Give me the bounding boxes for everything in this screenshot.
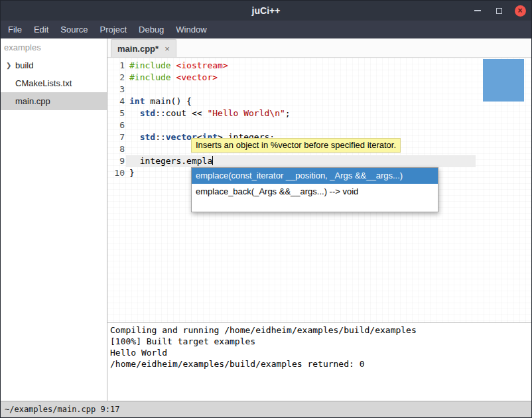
window-title: juCi++ <box>1 5 531 16</box>
tab-main-cpp[interactable]: main.cpp* × <box>111 39 176 57</box>
code-line-6: 6 <box>107 119 531 131</box>
code-line-3: 3 <box>107 84 531 96</box>
juci-window: juCi++ × FileEditSourceProjectDebugWindo… <box>0 0 532 418</box>
terminal-line: Hello World <box>110 347 531 358</box>
code-editor[interactable]: 1#include <iostream>2#include <vector>34… <box>107 58 531 322</box>
file-tree: ❯buildCMakeLists.txtmain.cpp <box>1 56 107 110</box>
tree-item-main-cpp[interactable]: main.cpp <box>1 92 107 110</box>
tree-item-build[interactable]: ❯build <box>1 56 107 74</box>
menu-source[interactable]: Source <box>54 21 94 38</box>
doc-tooltip: Inserts an object in %vector before spec… <box>191 138 401 153</box>
terminal-line: Compiling and running /home/eidheim/exam… <box>110 324 531 336</box>
minimize-icon <box>474 10 481 11</box>
tree-item-cmakelists-txt[interactable]: CMakeLists.txt <box>1 74 107 92</box>
editor-scrollbar-thumb[interactable] <box>483 59 524 102</box>
line-content <box>125 84 129 96</box>
code-line-5: 5 std::cout << "Hello World\n"; <box>107 107 531 119</box>
completion-popup: emplace(const_iterator __position, _Args… <box>191 167 438 212</box>
statusbar: ~/examples/main.cpp 9:17 <box>1 401 531 417</box>
content-area: examples ❯buildCMakeLists.txtmain.cpp ma… <box>1 38 531 401</box>
code-line-1: 1#include <iostream> <box>107 60 531 72</box>
code-line-4: 4int main() { <box>107 96 531 107</box>
tree-item-label: main.cpp <box>15 96 50 106</box>
line-content <box>125 119 129 131</box>
status-location: ~/examples/main.cpp 9:17 <box>5 405 119 414</box>
menu-edit[interactable]: Edit <box>28 21 54 38</box>
completion-item[interactable]: emplace_back(_Args &&__args...) --> void <box>192 184 438 200</box>
tab-close-icon[interactable]: × <box>165 44 170 53</box>
line-number: 7 <box>107 131 125 143</box>
line-number: 8 <box>107 143 125 155</box>
file-tree-panel: examples ❯buildCMakeLists.txtmain.cpp <box>1 38 107 401</box>
line-content: std::cout << "Hello World\n"; <box>125 107 291 119</box>
window-controls: × <box>472 1 526 21</box>
line-number: 10 <box>107 167 125 179</box>
menu-file[interactable]: File <box>2 21 28 38</box>
tree-item-label: CMakeLists.txt <box>15 78 72 88</box>
line-content: int main() { <box>125 96 192 107</box>
close-icon: × <box>515 5 526 17</box>
main-panel: main.cpp* × 1#include <iostream>2#includ… <box>107 38 531 401</box>
line-number: 9 <box>107 155 125 167</box>
maximize-button[interactable] <box>493 5 505 17</box>
menu-project[interactable]: Project <box>94 21 133 38</box>
chevron-right-icon[interactable]: ❯ <box>6 56 11 74</box>
code-line-9: 9 integers.empla <box>107 155 531 167</box>
output-terminal[interactable]: Compiling and running /home/eidheim/exam… <box>107 322 531 401</box>
line-number: 4 <box>107 96 125 107</box>
line-number: 5 <box>107 107 125 119</box>
code-line-2: 2#include <vector> <box>107 72 531 84</box>
line-content: #include <iostream> <box>125 60 228 72</box>
maximize-icon <box>496 8 502 14</box>
titlebar[interactable]: juCi++ × <box>1 1 531 21</box>
tabbar: main.cpp* × <box>107 38 531 58</box>
menubar: FileEditSourceProjectDebugWindow <box>1 21 531 38</box>
minimize-button[interactable] <box>472 5 484 17</box>
project-name: examples <box>1 38 107 56</box>
line-content: integers.empla <box>125 155 213 167</box>
line-content <box>125 143 129 155</box>
text-caret <box>212 156 213 165</box>
tree-item-label: build <box>15 60 33 70</box>
code-lines: 1#include <iostream>2#include <vector>34… <box>107 58 531 179</box>
line-content: } <box>125 167 135 179</box>
terminal-line: [100%] Built target examples <box>110 336 531 347</box>
tab-label: main.cpp* <box>117 44 159 54</box>
line-number: 2 <box>107 72 125 84</box>
terminal-line: /home/eidheim/examples/build/examples re… <box>110 358 531 370</box>
line-number: 6 <box>107 119 125 131</box>
line-content: #include <vector> <box>125 72 218 84</box>
line-number: 1 <box>107 60 125 72</box>
menu-window[interactable]: Window <box>170 21 212 38</box>
menu-debug[interactable]: Debug <box>133 21 170 38</box>
line-number: 3 <box>107 84 125 96</box>
completion-item[interactable]: emplace(const_iterator __position, _Args… <box>192 168 438 184</box>
close-button[interactable]: × <box>514 5 526 17</box>
